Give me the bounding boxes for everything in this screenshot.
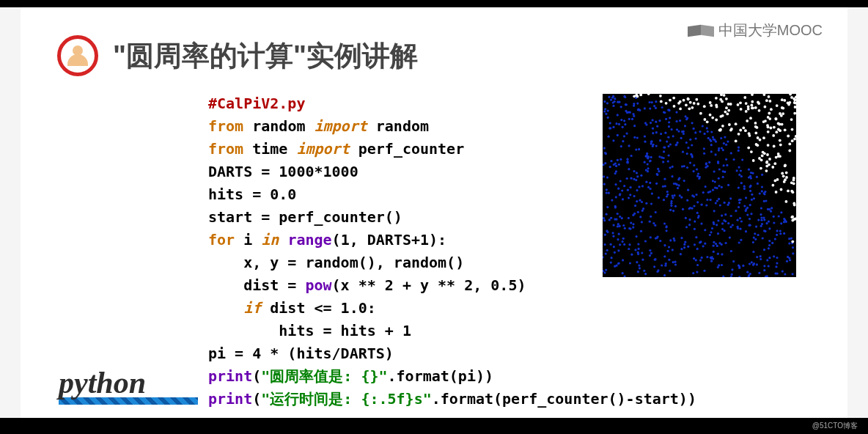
svg-point-770 [726,113,729,116]
svg-point-792 [710,260,713,262]
svg-point-59 [756,176,758,178]
svg-point-558 [792,252,794,254]
svg-point-437 [680,253,682,255]
svg-point-784 [790,190,793,193]
svg-point-239 [683,99,685,102]
svg-point-184 [743,185,746,188]
svg-point-531 [732,260,735,262]
svg-point-634 [693,102,696,105]
svg-point-329 [646,152,648,155]
svg-point-380 [666,191,669,193]
svg-point-489 [674,261,676,263]
svg-point-7 [793,112,796,115]
svg-point-727 [644,240,647,242]
svg-point-388 [696,201,699,203]
svg-point-480 [740,182,743,184]
svg-point-630 [693,170,695,172]
svg-point-352 [636,235,638,238]
mooc-logo: 中国大学MOOC [688,21,823,40]
svg-point-745 [750,213,752,215]
svg-point-564 [742,127,745,130]
svg-point-820 [658,155,661,158]
svg-point-249 [748,169,750,171]
svg-point-404 [781,172,784,175]
svg-point-78 [688,224,691,226]
svg-point-605 [717,219,719,221]
svg-point-658 [770,127,773,130]
svg-point-194 [677,187,679,189]
svg-point-335 [762,120,765,123]
svg-point-829 [779,139,781,142]
svg-point-618 [749,218,751,220]
svg-point-485 [637,271,639,273]
svg-point-72 [738,166,740,169]
svg-point-234 [756,256,758,258]
svg-point-522 [745,110,748,113]
svg-point-49 [618,123,620,125]
svg-point-501 [776,104,779,107]
svg-point-173 [713,245,715,247]
svg-point-889 [630,177,633,180]
svg-point-337 [679,194,681,196]
svg-point-113 [772,134,775,137]
svg-point-683 [612,139,614,141]
svg-point-606 [669,109,671,111]
svg-point-89 [686,166,688,169]
svg-point-207 [696,264,699,266]
svg-point-776 [703,152,705,155]
svg-point-414 [604,234,606,236]
svg-point-639 [680,137,683,139]
svg-point-345 [765,99,768,102]
svg-point-468 [674,263,677,265]
svg-point-364 [685,115,687,117]
svg-point-715 [710,231,712,233]
svg-point-323 [780,211,782,213]
python-logo: python [59,365,198,405]
svg-point-647 [687,147,689,149]
svg-point-491 [696,212,699,214]
svg-point-691 [626,111,628,114]
svg-point-664 [636,175,639,177]
svg-point-607 [784,273,786,275]
svg-point-705 [633,136,636,139]
svg-point-527 [772,184,775,187]
svg-point-225 [623,243,625,246]
svg-point-652 [680,248,683,250]
svg-point-332 [738,187,740,189]
svg-point-69 [727,109,730,112]
svg-point-287 [790,96,793,99]
svg-point-660 [610,262,612,264]
svg-point-457 [603,100,606,103]
svg-point-70 [721,253,723,255]
svg-point-289 [633,105,635,107]
svg-point-167 [789,94,792,95]
svg-point-107 [649,254,651,257]
svg-point-633 [711,117,714,119]
svg-point-614 [749,185,751,187]
svg-point-222 [769,100,772,103]
svg-point-191 [761,190,763,192]
svg-point-274 [746,119,749,122]
svg-point-143 [768,247,770,249]
svg-point-382 [672,261,674,263]
svg-point-133 [632,227,634,229]
svg-point-597 [751,199,753,201]
svg-point-426 [606,213,608,216]
svg-point-282 [632,113,634,115]
svg-point-252 [779,144,782,147]
svg-point-474 [603,219,606,221]
svg-point-546 [611,96,614,98]
svg-point-321 [691,106,694,109]
svg-point-584 [729,197,732,199]
svg-point-386 [722,176,724,178]
svg-point-716 [613,246,615,248]
svg-point-368 [791,240,794,243]
svg-point-651 [789,259,791,261]
svg-point-581 [788,143,791,146]
svg-point-625 [675,144,677,146]
svg-point-510 [737,219,739,221]
svg-point-309 [676,120,678,122]
svg-point-608 [773,145,776,148]
svg-point-141 [736,169,738,172]
svg-point-95 [638,148,640,150]
